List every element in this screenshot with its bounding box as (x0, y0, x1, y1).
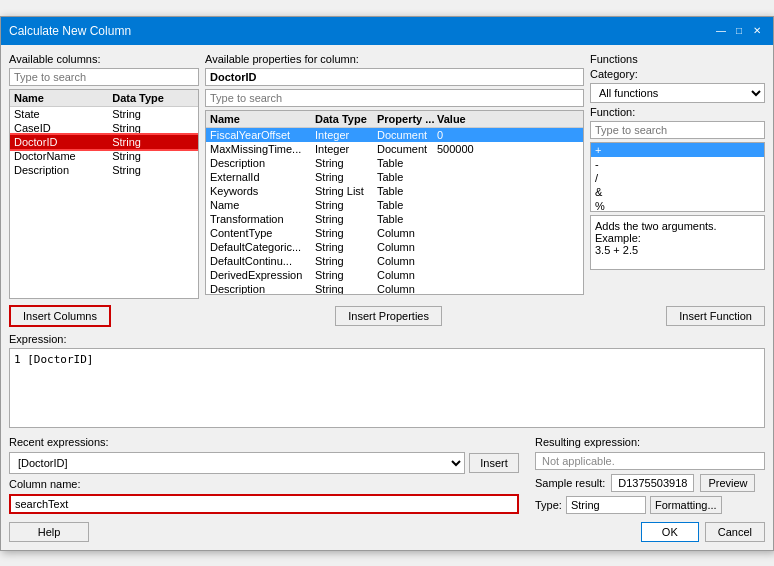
function-item[interactable]: / (591, 171, 764, 185)
functions-label: Functions (590, 53, 765, 65)
left-panel-label: Available columns: (9, 53, 199, 65)
function-item[interactable]: - (591, 157, 764, 171)
resulting-expression-label: Resulting expression: (535, 436, 765, 448)
col-header-type: Data Type (112, 92, 194, 104)
calculate-new-column-dialog: Calculate New Column — □ ✕ Available col… (0, 16, 774, 551)
minimize-button[interactable]: — (713, 23, 729, 39)
function-item[interactable]: % (591, 199, 764, 212)
formatting-button[interactable]: Formatting... (650, 496, 722, 514)
expression-value: 1 [DoctorID] (14, 353, 93, 366)
sample-result-label: Sample result: (535, 477, 605, 489)
right-panel: Functions Category: All functions Functi… (590, 53, 765, 299)
preview-button[interactable]: Preview (700, 474, 755, 492)
expression-box[interactable]: 1 [DoctorID] (9, 348, 765, 428)
list-item[interactable]: MaxMissingTime... Integer Document 50000… (206, 142, 583, 156)
available-properties-list[interactable]: Name Data Type Property ... Value Fiscal… (205, 110, 584, 295)
list-item[interactable]: State String (10, 107, 198, 121)
available-columns-list[interactable]: Name Data Type State String CaseID Strin… (9, 89, 199, 299)
expression-label: Expression: (9, 333, 765, 345)
list-item[interactable]: DefaultContinu... String Column (206, 254, 583, 268)
column-name-label: Column name: (9, 478, 81, 490)
top-panels: Available columns: Name Data Type State … (9, 53, 765, 299)
sample-result-value: D1375503918 (611, 474, 694, 492)
list-item[interactable]: DerivedExpression String Column (206, 268, 583, 282)
dialog-body: Available columns: Name Data Type State … (1, 45, 773, 550)
list-item[interactable]: Description String (10, 163, 198, 177)
list-item[interactable]: CaseID String (10, 121, 198, 135)
maximize-button[interactable]: □ (731, 23, 747, 39)
category-label: Category: (590, 68, 765, 80)
title-bar-buttons: — □ ✕ (713, 23, 765, 39)
insert-function-button[interactable]: Insert Function (666, 306, 765, 326)
middle-search-input[interactable] (205, 89, 584, 107)
column-id-label: DoctorID (205, 68, 584, 86)
ok-button[interactable]: OK (641, 522, 699, 542)
recent-label: Recent expressions: (9, 436, 109, 448)
left-panel: Available columns: Name Data Type State … (9, 53, 199, 299)
sample-result-row: Sample result: D1375503918 Preview (535, 474, 765, 492)
list-item[interactable]: Description String Column (206, 282, 583, 295)
column-name-row: Column name: (9, 478, 519, 490)
bottom-section: Recent expressions: [DoctorID] Insert Co… (9, 436, 765, 542)
type-input[interactable] (566, 496, 646, 514)
list-item[interactable]: FiscalYearOffset Integer Document 0 (206, 128, 583, 142)
middle-panel: Available properties for column: DoctorI… (205, 53, 584, 299)
resulting-expression-value: Not applicable. (535, 452, 765, 470)
function-search-input[interactable] (590, 121, 765, 139)
dialog-title: Calculate New Column (9, 24, 131, 38)
insert-columns-button[interactable]: Insert Columns (9, 305, 111, 327)
list-item[interactable]: DoctorName String (10, 149, 198, 163)
list-item[interactable]: Name String Table (206, 198, 583, 212)
middle-panel-label: Available properties for column: (205, 53, 584, 65)
column-name-input[interactable] (9, 494, 519, 514)
list-item[interactable]: ContentType String Column (206, 226, 583, 240)
type-label: Type: (535, 499, 562, 511)
expression-area: Expression: 1 [DoctorID] (9, 333, 765, 428)
list-item-selected[interactable]: DoctorID String (10, 135, 198, 149)
functions-list[interactable]: + - / & % != (590, 142, 765, 212)
columns-list-header: Name Data Type (10, 90, 198, 107)
recent-insert-button[interactable]: Insert (469, 453, 519, 473)
list-item[interactable]: Keywords String List Table (206, 184, 583, 198)
insert-properties-button[interactable]: Insert Properties (335, 306, 442, 326)
left-search-input[interactable] (9, 68, 199, 86)
function-item-selected[interactable]: + (591, 143, 764, 157)
list-item[interactable]: DefaultCategoric... String Column (206, 240, 583, 254)
cancel-button[interactable]: Cancel (705, 522, 765, 542)
list-item[interactable]: Transformation String Table (206, 212, 583, 226)
recent-dropdown[interactable]: [DoctorID] (9, 452, 465, 474)
category-select[interactable]: All functions (590, 83, 765, 103)
category-section: Category: All functions (590, 68, 765, 103)
list-item[interactable]: Description String Table (206, 156, 583, 170)
function-item[interactable]: & (591, 185, 764, 199)
close-button[interactable]: ✕ (749, 23, 765, 39)
insert-buttons-row: Insert Columns Insert Properties Insert … (9, 305, 765, 327)
col-header-name: Name (14, 92, 112, 104)
title-bar: Calculate New Column — □ ✕ (1, 17, 773, 45)
list-item[interactable]: ExternalId String Table (206, 170, 583, 184)
function-label: Function: (590, 106, 765, 118)
recent-expressions-row: Recent expressions: (9, 436, 519, 448)
function-description: Adds the two arguments. Example: 3.5 + 2… (590, 215, 765, 270)
properties-list-header: Name Data Type Property ... Value (206, 111, 583, 128)
help-button[interactable]: Help (9, 522, 89, 542)
